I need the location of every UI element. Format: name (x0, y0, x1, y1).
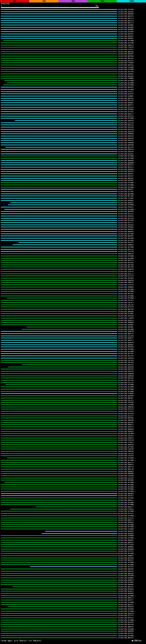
hit-label[interactable]: UniRef100_Q92055 (118, 228, 134, 230)
hit-alignment-bar[interactable] (1, 491, 117, 492)
hit-label[interactable]: UniRef100_B4P7N3 (118, 368, 134, 370)
hit-alignment-bar[interactable] (1, 238, 117, 238)
hit-label[interactable]: UniRef100_B50283 (118, 530, 134, 532)
hit-alignment-bar[interactable] (12, 586, 117, 587)
hit-alignment-bar[interactable] (1, 526, 117, 527)
hit-alignment-bar[interactable] (1, 142, 117, 143)
hit-label[interactable]: UniRef100_Q98T87 (118, 173, 134, 175)
hit-label[interactable]: UniRef100_Q28WS9 (118, 577, 134, 579)
hit-alignment-bar[interactable] (1, 398, 117, 398)
hit-alignment-bar[interactable] (1, 620, 117, 620)
hit-label[interactable]: UniRef100_B3DLH5 (118, 570, 134, 572)
hit-alignment-bar[interactable] (1, 253, 117, 254)
hit-label[interactable]: UniRef100_B3M920 (118, 375, 134, 377)
hit-alignment-bar[interactable] (1, 529, 117, 529)
hit-alignment-bar[interactable] (1, 29, 117, 30)
hit-label[interactable]: UniRef100_C6L9V1 (118, 435, 134, 437)
hit-alignment-bar[interactable] (1, 16, 117, 16)
hit-alignment-bar[interactable] (1, 371, 117, 372)
hit-alignment-bar[interactable] (1, 413, 117, 414)
hit-label[interactable]: UniRef100_B50203 (118, 533, 134, 534)
hit-alignment-bar[interactable] (1, 302, 117, 303)
hit-label[interactable]: UniRef100_P20675 (118, 437, 134, 439)
hit-alignment-bar[interactable] (1, 194, 117, 194)
hit-alignment-bar[interactable] (1, 287, 117, 288)
hit-alignment-bar[interactable] (1, 164, 117, 165)
hit-label[interactable]: UniRef100_Q08DP0 (118, 630, 134, 632)
hit-alignment-bar[interactable] (1, 333, 117, 334)
hit-label[interactable]: UniRef100_UP1000... (118, 488, 137, 490)
hit-label[interactable]: UniRef100_Q9LW26 (118, 76, 134, 77)
hit-alignment-bar[interactable] (1, 495, 117, 496)
hit-label[interactable]: UniRef100_O93401 (118, 422, 134, 424)
hit-alignment-bar[interactable] (1, 20, 117, 21)
hit-label[interactable]: UniRef100_C4L925 (118, 453, 134, 454)
hit-alignment-bar[interactable] (1, 178, 117, 179)
hit-label[interactable]: UniRef100_Q95BE4 (118, 493, 134, 494)
hit-alignment-bar[interactable] (1, 27, 117, 28)
hit-alignment-bar[interactable] (1, 629, 117, 630)
hit-label[interactable]: UniRef100_P29038 (118, 62, 134, 64)
hit-alignment-bar[interactable] (1, 264, 117, 265)
hit-label[interactable]: UniRef100_A75660 (118, 528, 134, 530)
hit-label[interactable]: UniRef100_P46151 (118, 206, 134, 208)
hit-label[interactable]: UniRef100_UP1000... (118, 391, 137, 392)
hit-label[interactable]: UniRef100_Q9PWV5 (118, 522, 134, 524)
hit-alignment-bar[interactable] (1, 12, 117, 12)
hit-label[interactable]: UniRef100_B3NGH0 (118, 373, 134, 375)
hit-alignment-bar[interactable] (1, 109, 117, 110)
hit-alignment-bar[interactable] (1, 520, 117, 520)
hit-alignment-bar[interactable] (1, 356, 117, 356)
hit-alignment-bar[interactable] (1, 400, 117, 401)
hit-label[interactable]: UniRef100_Q9W7H5 (118, 231, 134, 232)
hit-label[interactable]: UniRef100_A3B7K2 (118, 73, 134, 75)
hit-alignment-bar[interactable] (1, 618, 117, 618)
hit-label[interactable]: UniRef100_Q7T3M3 (118, 233, 134, 235)
hit-label[interactable]: UniRef100_B2N1L0 (118, 148, 134, 150)
hit-alignment-bar[interactable] (1, 351, 117, 352)
hit-alignment-bar[interactable] (1, 187, 117, 188)
hit-label[interactable]: UniRef100_Q2W9E5 (118, 38, 134, 39)
hit-alignment-bar[interactable] (1, 151, 117, 152)
hit-alignment-bar[interactable] (1, 105, 117, 105)
hit-alignment-bar[interactable] (1, 98, 117, 99)
hit-label[interactable]: UniRef100_UP1000... (118, 208, 137, 210)
hit-alignment-bar[interactable] (1, 542, 117, 543)
hit-label[interactable]: UniRef100_UP1000... (118, 635, 137, 637)
hit-alignment-bar[interactable] (1, 278, 117, 278)
hit-alignment-bar[interactable] (1, 231, 117, 232)
hit-alignment-bar[interactable] (42, 533, 118, 534)
hit-label[interactable]: UniRef100_P11834 (118, 544, 134, 546)
hit-label[interactable]: UniRef100_Q27880 (118, 246, 134, 248)
hit-label[interactable]: UniRef100_A9TJH9 (118, 71, 134, 73)
hit-alignment-bar[interactable] (1, 56, 117, 56)
hit-alignment-bar[interactable] (1, 404, 117, 405)
hit-label[interactable]: UniRef100_Q23569 (118, 31, 134, 33)
hit-label[interactable]: UniRef100_C6L2F3 (118, 302, 134, 304)
hit-label[interactable]: UniRef100_O93545 (118, 135, 134, 137)
hit-alignment-bar[interactable] (1, 522, 117, 523)
hit-label[interactable]: UniRef100_Q6P8J5 (118, 542, 134, 544)
hit-label[interactable]: UniRef100_Q3T1P9 (118, 218, 134, 219)
hit-alignment-bar[interactable] (1, 158, 117, 158)
hit-label[interactable]: UniRef100_B0JYN3 (118, 308, 134, 310)
hit-label[interactable]: UniRef100_B4JHR4 (118, 582, 134, 583)
hit-alignment-bar[interactable] (1, 571, 117, 572)
hit-alignment-bar[interactable] (1, 498, 117, 498)
hit-alignment-bar[interactable] (1, 25, 117, 25)
hit-alignment-bar[interactable] (1, 167, 117, 168)
hit-alignment-bar[interactable] (1, 189, 117, 190)
hit-alignment-bar[interactable] (4, 209, 117, 210)
hit-alignment-bar[interactable] (1, 518, 117, 518)
hit-label[interactable]: UniRef100_Q6ISM6 (118, 193, 134, 195)
hit-alignment-bar[interactable] (4, 80, 117, 81)
hit-alignment-bar[interactable] (1, 180, 117, 181)
hit-alignment-bar[interactable] (22, 364, 117, 365)
hit-alignment-bar[interactable] (1, 69, 117, 70)
hit-alignment-bar[interactable] (1, 92, 117, 92)
hit-label[interactable]: UniRef100_Q8T9Y1 (118, 604, 134, 606)
hit-label[interactable]: UniRef100_Q96569 (118, 13, 134, 15)
hit-label[interactable]: UniRef100_Q71EQ1 (118, 111, 134, 113)
hit-label[interactable]: UniRef100_Q6YL21 (118, 462, 134, 464)
hit-alignment-bar[interactable] (1, 422, 117, 423)
